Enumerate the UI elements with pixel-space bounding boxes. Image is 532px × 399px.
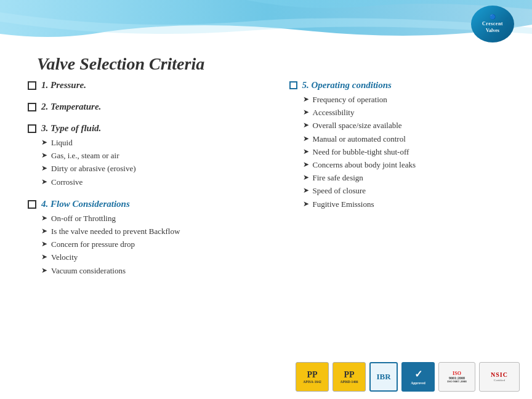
cert-badge-approved: ✓ Approved	[401, 362, 435, 392]
op-item-space: Overall space/size available	[313, 120, 402, 131]
list-item: ➤ On-off or Throttling	[41, 213, 259, 224]
fluid-item-liquid: Liquid	[51, 137, 73, 148]
section-pressure: 1. Pressure.	[28, 80, 259, 91]
section-title-operating: 5. Operating conditions	[302, 80, 392, 91]
cert-badge-api6d: PP API6D-1466	[332, 362, 366, 392]
checkbox-pressure	[28, 81, 36, 90]
list-item: ➤ Fire safe design	[303, 172, 520, 183]
footer: PP APISA-1642 PP API6D-1466 IBR ✓ Approv…	[0, 357, 532, 399]
op-item-speed: Speed of closure	[313, 185, 366, 196]
arrow-icon: ➤	[41, 177, 47, 187]
list-item: ➤ Corrosive	[41, 177, 259, 188]
arrow-icon: ➤	[303, 147, 309, 156]
flow-item-velocity: Velocity	[51, 252, 78, 263]
op-item-control: Manual or automated control	[313, 134, 406, 145]
cert-badge-apisa: PP APISA-1642	[296, 362, 329, 392]
checkbox-temperature	[28, 103, 36, 111]
list-item: ➤ Speed of closure	[303, 185, 520, 196]
operating-sub-items: ➤ Frequency of operation ➤ Accessibility…	[303, 94, 520, 210]
arrow-icon: ➤	[41, 164, 47, 173]
arrow-icon: ➤	[41, 214, 47, 223]
list-item: ➤ Overall space/size available	[303, 120, 520, 131]
flow-sub-items: ➤ On-off or Throttling ➤ Is the valve ne…	[41, 213, 259, 276]
list-item: ➤ Velocity	[41, 252, 259, 263]
list-item: ➤ Vacuum considerations	[41, 265, 259, 276]
arrow-icon: ➤	[41, 151, 47, 160]
list-item: ➤ Concern for pressure drop	[41, 239, 259, 250]
arrow-icon: ➤	[41, 266, 47, 275]
section-temperature: 2. Temperature.	[28, 102, 259, 112]
section-fluid: 3. Type of fluid. ➤ Liquid ➤ Gas, i.e., …	[28, 123, 259, 188]
logo-line1: Crescent	[482, 21, 503, 27]
arrow-icon: ➤	[303, 173, 309, 182]
flow-item-pressure: Concern for pressure drop	[51, 239, 135, 250]
op-item-frequency: Frequency of operation	[313, 94, 387, 105]
list-item: ➤ Concerns about body joint leaks	[303, 159, 520, 171]
op-item-body-leaks: Concerns about body joint leaks	[313, 159, 416, 171]
fluid-item-dirty: Dirty or abrasive (erosive)	[51, 163, 136, 174]
op-item-accessibility: Accessibility	[313, 107, 355, 118]
arrow-icon: ➤	[41, 227, 47, 236]
arrow-icon: ➤	[41, 252, 47, 262]
logo-line2: Valves	[482, 28, 503, 34]
flow-item-backflow: Is the valve needed to prevent Backflow	[51, 226, 180, 237]
list-item: ➤ Need for bubble-tight shut-off	[303, 147, 520, 158]
fluid-item-gas: Gas, i.e., steam or air	[51, 150, 119, 161]
flow-item-vacuum: Vacuum considerations	[51, 265, 126, 276]
header-wave	[0, 0, 532, 49]
arrow-icon: ➤	[303, 200, 309, 209]
section-title-fluid: 3. Type of fluid.	[41, 123, 101, 134]
arrow-icon: ➤	[41, 240, 47, 249]
section-operating: 5. Operating conditions ➤ Frequency of o…	[289, 80, 520, 210]
list-item: ➤ Is the valve needed to prevent Backflo…	[41, 226, 259, 237]
fluid-item-corrosive: Corrosive	[51, 177, 83, 188]
arrow-icon: ➤	[41, 138, 47, 147]
arrow-icon: ➤	[303, 108, 309, 117]
checkbox-flow	[28, 200, 36, 209]
logo-area: 🔵 Crescent Valves	[462, 5, 523, 43]
cert-badge-nsic: NSIC Certified	[479, 362, 520, 392]
company-logo: 🔵 Crescent Valves	[471, 6, 514, 42]
op-item-fire-safe: Fire safe design	[313, 172, 363, 183]
fluid-sub-items: ➤ Liquid ➤ Gas, i.e., steam or air ➤ Dir…	[41, 137, 259, 188]
flow-item-onoff: On-off or Throttling	[51, 213, 116, 224]
list-item: ➤ Fugitive Emissions	[303, 199, 520, 210]
section-flow: 4. Flow Considerations ➤ On-off or Throt…	[28, 199, 259, 276]
arrow-icon: ➤	[303, 186, 309, 195]
list-item: ➤ Manual or automated control	[303, 134, 520, 145]
checkbox-fluid	[28, 124, 36, 133]
list-item: ➤ Dirty or abrasive (erosive)	[41, 163, 259, 174]
section-title-pressure: 1. Pressure.	[41, 80, 86, 91]
cert-badge-iso: ISO 9001:2008 ISO 9007-2008	[438, 362, 475, 392]
list-item: ➤ Gas, i.e., steam or air	[41, 150, 259, 161]
cert-badge-ibr: IBR	[369, 362, 398, 392]
left-column: 1. Pressure. 2. Temperature. 3. Type of …	[0, 80, 271, 356]
arrow-icon: ➤	[303, 134, 309, 143]
arrow-icon: ➤	[303, 160, 309, 169]
section-title-flow: 4. Flow Considerations	[41, 199, 130, 209]
op-item-fugitive: Fugitive Emissions	[313, 199, 374, 210]
list-item: ➤ Frequency of operation	[303, 94, 520, 105]
page-title: Valve Selection Criteria	[37, 54, 204, 74]
op-item-bubble: Need for bubble-tight shut-off	[313, 147, 409, 158]
main-content: 1. Pressure. 2. Temperature. 3. Type of …	[0, 80, 532, 356]
list-item: ➤ Liquid	[41, 137, 259, 148]
arrow-icon: ➤	[303, 121, 309, 130]
list-item: ➤ Accessibility	[303, 107, 520, 118]
arrow-icon: ➤	[303, 95, 309, 104]
checkbox-operating	[289, 81, 297, 89]
section-title-temperature: 2. Temperature.	[41, 102, 101, 112]
right-column: 5. Operating conditions ➤ Frequency of o…	[271, 80, 533, 356]
